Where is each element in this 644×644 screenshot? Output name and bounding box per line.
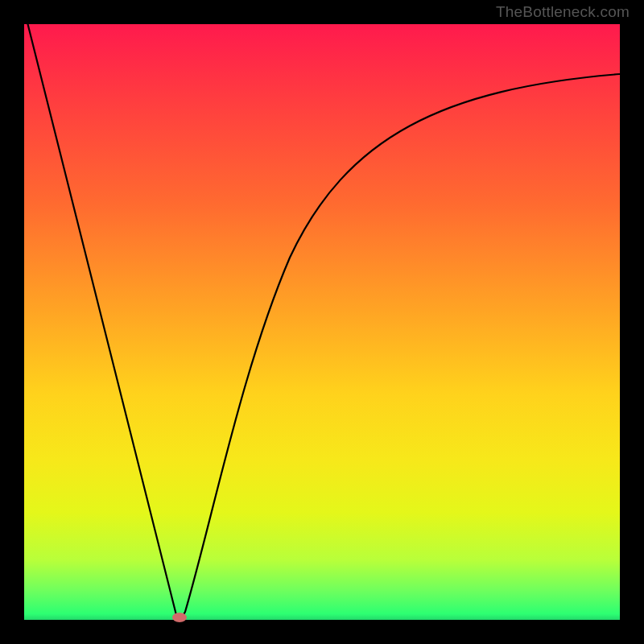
minimum-marker [172, 613, 187, 622]
watermark-text: TheBottleneck.com [496, 3, 630, 21]
line-curve [24, 24, 620, 620]
curve-path [26, 16, 620, 619]
chart-frame: TheBottleneck.com [0, 0, 644, 644]
plot-area [24, 24, 620, 620]
